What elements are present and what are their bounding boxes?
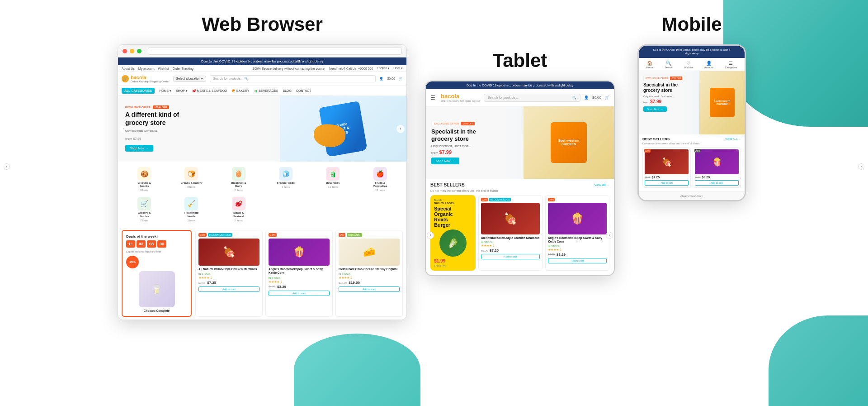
tablet-search-icon[interactable]: 🔍 bbox=[572, 96, 576, 100]
cat-item-breakfast[interactable]: 🥚 Breakfast &Dairy 8 Items bbox=[216, 165, 261, 193]
tablet-logo-area: bacola Online Grocery Shopping Center bbox=[441, 93, 480, 102]
nav-shop[interactable]: SHOP ▾ bbox=[176, 89, 188, 93]
mobile-wishlist-2[interactable]: ♡ bbox=[736, 149, 739, 153]
mobile-frame: Due to the COVID 19 epidemic, orders may… bbox=[637, 44, 746, 201]
hero-shop-now-btn[interactable]: Shop Now → bbox=[125, 145, 153, 152]
logo-name[interactable]: bacola bbox=[131, 75, 170, 80]
nav-blog[interactable]: BLOG bbox=[283, 89, 292, 93]
cart-icon[interactable]: 🛒 bbox=[399, 77, 403, 81]
location-selector[interactable]: Select a Location ▾ bbox=[173, 76, 207, 82]
hero-next-arrow[interactable]: › bbox=[396, 125, 405, 133]
tablet-shop-now-link[interactable]: Shop Now → bbox=[434, 264, 472, 267]
product-img-meatballs: 🍖 bbox=[198, 239, 259, 266]
mobile-add-btn-2[interactable]: Add to cart bbox=[695, 180, 739, 186]
top-nav-wishlist[interactable]: Wishlist bbox=[158, 67, 169, 70]
hero-content-web: EXCLUSIVE OFFER -20% OFF A different kin… bbox=[118, 100, 186, 157]
tablet-view-all[interactable]: View All → bbox=[594, 183, 609, 186]
mobile-shop-now-btn[interactable]: Shop Now → bbox=[643, 106, 667, 112]
badge-recommended-1: RECOMMENDED bbox=[208, 233, 232, 237]
currency-selector[interactable]: USD ▾ bbox=[393, 67, 403, 70]
product-stars-2: ★★★★ 1 bbox=[269, 280, 330, 284]
top-nav-about[interactable]: About Us bbox=[122, 67, 135, 70]
add-to-cart-btn-1[interactable]: Add to cart bbox=[198, 287, 259, 292]
cat-item-meats[interactable]: 🥩 Meats &Seafood 5 Items bbox=[216, 195, 261, 223]
search-placeholder: Search for products... bbox=[213, 77, 243, 80]
browser-dot-maximize[interactable] bbox=[137, 49, 142, 53]
top-nav-account[interactable]: My account bbox=[138, 67, 155, 70]
kettle-chips-bg: KettleSALT &VINE bbox=[280, 96, 406, 162]
deals-section-web: Deals of the week! 11 03 08 08 Expires u… bbox=[118, 227, 406, 320]
phone-number[interactable]: Need help? Call Us: +0000 500 bbox=[329, 67, 373, 70]
cat-count-breads: 6 Items bbox=[187, 186, 195, 188]
mobile-nav-wishlist[interactable]: ♡ Wishlist bbox=[684, 61, 693, 69]
cat-item-beverages[interactable]: 🧃 Beverages 11 Items bbox=[310, 165, 355, 193]
cat-name-fruits: Fruits &Vegetables bbox=[373, 182, 387, 188]
tablet-add-btn-1[interactable]: Add to cart bbox=[481, 254, 540, 259]
tablet-add-btn-2[interactable]: Add to cart bbox=[548, 258, 607, 263]
badge-discount-1: 23% bbox=[198, 233, 207, 237]
tablet-next-arrow[interactable]: › bbox=[606, 232, 613, 239]
tablet-featured-product[interactable]: Bacola Natural Foods SpecialOrganicRoats… bbox=[430, 195, 476, 271]
nav-home[interactable]: HOME ▾ bbox=[159, 89, 171, 93]
tablet-shop-now-btn[interactable]: Shop Now → bbox=[431, 158, 459, 164]
mobile-price-new-2: $3.29 bbox=[702, 176, 710, 179]
deal-product-name: Chobani Complete bbox=[126, 309, 187, 312]
browser-dot-close[interactable] bbox=[123, 49, 127, 53]
tablet-prod-badges-2: 24% bbox=[548, 198, 607, 201]
cat-icon-biscuits: 🍪 bbox=[137, 167, 151, 181]
mobile-product-corn: 26% ♡ 🍿 $4.21 $3.29 Add to cart bbox=[693, 147, 741, 188]
mobile-view-all[interactable]: VIEW ALL → bbox=[725, 138, 741, 140]
cat-item-biscuits[interactable]: 🍪 Biscuits &Snacks 6 Items bbox=[122, 165, 167, 193]
browser-url-bar[interactable] bbox=[148, 48, 402, 55]
mobile-nav-home[interactable]: 🏠 Home bbox=[646, 61, 653, 69]
language-selector[interactable]: English ▾ bbox=[377, 67, 390, 70]
mobile-nav-categories[interactable]: ☰ Categories bbox=[725, 61, 737, 69]
add-to-cart-btn-2[interactable]: Add to cart bbox=[269, 291, 330, 296]
mobile-wishlist-1[interactable]: ♡ bbox=[686, 149, 689, 153]
tablet-prod-name-corn: Angie's Boomchickapop Sweet & Salty Kett… bbox=[548, 236, 607, 244]
tablet-prev-arrow[interactable]: ‹ bbox=[427, 232, 434, 239]
mobile-nav-search[interactable]: 🔍 Search bbox=[665, 61, 672, 69]
user-icon[interactable]: 👤 bbox=[379, 77, 383, 81]
search-icon[interactable]: 🔍 bbox=[244, 77, 248, 80]
web-browser-section: Web Browser Due to the COVID 19 epidemic… bbox=[118, 14, 407, 320]
mobile-price-old-2: $4.21 bbox=[695, 176, 701, 179]
browser-dot-minimize[interactable] bbox=[130, 49, 134, 53]
cat-item-fruits[interactable]: 🍎 Fruits &Vegetables 12 Items bbox=[358, 165, 403, 193]
mobile-label: Mobile bbox=[662, 14, 722, 35]
tablet-section: Tablet Due to the COVID 19 epidemic, ord… bbox=[425, 50, 615, 276]
nav-beverages[interactable]: 🧃 BEVERAGES bbox=[254, 89, 278, 93]
mobile-price-value: $7.99 bbox=[650, 99, 661, 104]
tablet-search-placeholder: Search for products... bbox=[488, 96, 518, 99]
mobile-nav-account[interactable]: 👤 Account bbox=[704, 61, 713, 69]
tablet-cart-icon[interactable]: 🛒 bbox=[605, 96, 609, 100]
product-prices-1: $9.95 $7.25 bbox=[198, 281, 259, 285]
cat-item-grocery[interactable]: 🛒 Grocery &Staples 7 Items bbox=[122, 195, 167, 223]
cat-item-frozen[interactable]: 🧊 Frozen Foods 7 Items bbox=[263, 165, 308, 193]
cat-item-household[interactable]: 🧹 HouseholdNeeds 1 Items bbox=[169, 195, 214, 223]
add-to-cart-btn-3[interactable]: Add to cart bbox=[339, 287, 400, 292]
cart-price[interactable]: $0.00 bbox=[387, 77, 395, 81]
hero-btn-arrow: → bbox=[146, 147, 149, 150]
tablet-logo-name[interactable]: bacola bbox=[441, 93, 480, 100]
cat-item-breads[interactable]: 🍞 Breads & Bakery 6 Items bbox=[169, 165, 214, 193]
mobile-hero-sub: Only this week. Don't miss... bbox=[643, 95, 740, 98]
tablet-search[interactable]: Search for products... 🔍 bbox=[484, 94, 580, 102]
cat-icon-breads: 🍞 bbox=[184, 167, 198, 181]
tablet-cart-price[interactable]: $0.00 bbox=[592, 96, 601, 100]
nav-contact[interactable]: CONTACT bbox=[296, 89, 311, 93]
all-categories-btn[interactable]: ALL CATEGORIES bbox=[122, 88, 155, 94]
tablet-view-all-label: View All bbox=[594, 183, 605, 186]
mobile-add-btn-1[interactable]: Add to cart bbox=[645, 180, 689, 186]
tablet-hamburger[interactable]: ☰ bbox=[430, 95, 435, 101]
nav-bakery[interactable]: 🥐 BAKERY bbox=[231, 89, 249, 93]
hero-discount-badge: -20% OFF bbox=[153, 105, 169, 109]
logo-subtitle: Online Grocery Shopping Center bbox=[131, 80, 170, 83]
tablet-user-icon[interactable]: 👤 bbox=[584, 96, 589, 100]
search-bar-web[interactable]: Search for products... 🔍 bbox=[210, 75, 376, 82]
logo-icon: 🛒 bbox=[122, 75, 129, 82]
tablet-label: Tablet bbox=[493, 50, 547, 72]
tablet-feat-brand: Natural Foods bbox=[434, 201, 472, 205]
top-nav-tracking[interactable]: Order Tracking bbox=[173, 67, 193, 70]
nav-meats[interactable]: 🥩 MEATS & SEAFOOD bbox=[192, 89, 227, 93]
